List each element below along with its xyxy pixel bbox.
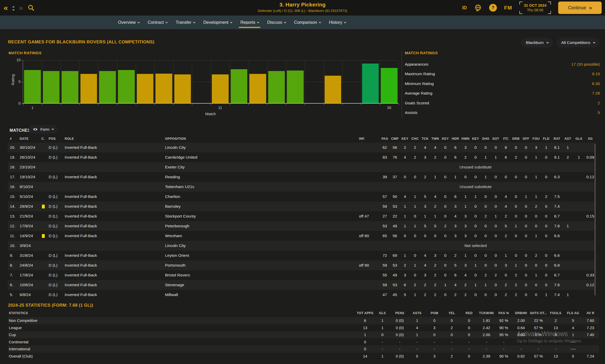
column-header-pas[interactable]: PAS: [380, 136, 390, 141]
globe-icon[interactable]: [474, 4, 482, 12]
stats-column-header-tckw-90[interactable]: TCKW/90: [478, 311, 495, 315]
tab-reports[interactable]: Reports: [236, 16, 263, 29]
match-row[interactable]: 18.23/10/24Exeter CityUnused substitute: [8, 162, 596, 172]
match-row[interactable]: 10.3/9/24Lincoln CityNot selected: [8, 241, 596, 251]
stats-value: -: [426, 347, 443, 351]
stats-column-header-drb-90[interactable]: DRB/90: [512, 311, 530, 315]
tab-discuss[interactable]: Discuss: [263, 16, 290, 29]
match-stat: 0: [440, 292, 450, 297]
stats-column-header-av-r[interactable]: AV R: [582, 311, 599, 315]
match-stat: 1: [531, 155, 541, 160]
match-stat: 0: [460, 175, 470, 179]
stats-column-header-red[interactable]: RED: [460, 311, 478, 315]
column-header-rat[interactable]: RAT: [551, 136, 563, 141]
column-header-drb[interactable]: DRB: [511, 136, 521, 141]
help-icon[interactable]: ?: [489, 4, 497, 12]
match-stat: 3: [460, 234, 470, 238]
column-header-date[interactable]: DATE: [20, 136, 41, 141]
column-header-twn[interactable]: TWN: [430, 136, 440, 141]
fm-logo[interactable]: FM: [504, 5, 512, 11]
stats-column-header-gls[interactable]: GLS: [374, 311, 391, 315]
tab-transfer[interactable]: Transfer: [171, 16, 199, 29]
column-header-key[interactable]: KEY: [400, 136, 410, 141]
column-header-off[interactable]: OFF: [521, 136, 531, 141]
stats-column-header-fouls[interactable]: FOULS: [547, 311, 564, 315]
match-row[interactable]: 6.10/8/24D (L)Inverted Full-BackStevenag…: [8, 280, 596, 290]
stats-column-header-shts-ot-[interactable]: SHTS OT...: [530, 311, 547, 315]
tab-development[interactable]: Development: [199, 16, 236, 29]
match-row[interactable]: 13.21/9/24D (L)Inverted Full-BackStockpo…: [8, 211, 596, 221]
stats-column-header-pom[interactable]: POM: [426, 311, 443, 315]
column-header-opposition[interactable]: OPPOSITION: [165, 136, 355, 141]
match-row[interactable]: 17.19/10/24D (L)Inverted Full-BackReadin…: [8, 172, 596, 182]
column-header-hdr[interactable]: HDR: [450, 136, 460, 141]
column-header-inf-[interactable]: INF.: [355, 136, 380, 141]
match-row[interactable]: 9.31/8/24D (L)Inverted Full-BackLeyton O…: [8, 251, 596, 260]
match-row[interactable]: 7.17/8/24D (L)Inverted Full-BackBristol …: [8, 270, 596, 280]
column-header-key[interactable]: KEY: [470, 136, 481, 141]
tab-comparison[interactable]: Comparison: [290, 16, 325, 29]
match-row[interactable]: 11.14/9/24D (L)Inverted Full-BackWrexham…: [8, 231, 596, 241]
match-row[interactable]: 20.30/10/24D (L)Inverted Full-BackLincol…: [8, 143, 596, 152]
forward-icon[interactable]: »: [19, 4, 23, 12]
column-header-sot[interactable]: SOT: [491, 136, 501, 141]
match-position: D (L): [49, 283, 65, 287]
manager-id-button[interactable]: ID: [462, 5, 467, 11]
stats-column-header-pens[interactable]: PENS: [391, 311, 408, 315]
match-stat: 0: [521, 214, 531, 219]
match-stat: 3: [430, 253, 440, 258]
matches-scrollbar[interactable]: [594, 144, 596, 296]
column-header-tck[interactable]: TCK: [420, 136, 430, 141]
search-icon[interactable]: [28, 4, 34, 11]
tab-history[interactable]: History: [325, 16, 350, 29]
column-header-hwn[interactable]: HWN: [460, 136, 470, 141]
stats-column-header-fls-ag[interactable]: FLS AG: [564, 311, 582, 315]
column-header--[interactable]: #: [8, 136, 20, 141]
form-view-dropdown[interactable]: Form: [29, 125, 58, 134]
column-header-sho[interactable]: SHO: [481, 136, 491, 141]
team-filter-dropdown[interactable]: Blackburn: [521, 38, 553, 48]
column-header-ast[interactable]: AST: [563, 136, 573, 141]
column-header-role[interactable]: ROLE: [65, 136, 165, 141]
column-header-key[interactable]: KEY: [440, 136, 450, 141]
stats-column-header-asts[interactable]: ASTS: [408, 311, 426, 315]
match-stat: 1: [460, 194, 470, 199]
match-stat: 0: [541, 155, 551, 160]
match-role: Inverted Full-Back: [65, 224, 165, 228]
stats-column-header-yel[interactable]: YEL: [443, 311, 460, 315]
match-row[interactable]: 16.8/10/24Tottenham U21sUnused substitut…: [8, 182, 596, 192]
back-icon[interactable]: «: [4, 4, 8, 12]
column-header-gls[interactable]: GLS: [573, 136, 585, 141]
tab-contract[interactable]: Contract: [144, 16, 171, 29]
match-row[interactable]: 14.28/9/24D (L)Inverted Full-BackBarnsle…: [8, 202, 596, 211]
stats-value: 2: [443, 354, 460, 358]
stats-column-header-statistics[interactable]: STATISTICS: [8, 311, 356, 315]
stats-column-header-pas-[interactable]: PAS %: [495, 311, 512, 315]
column-header-chc[interactable]: CHC: [410, 136, 420, 141]
column-header-cmp[interactable]: CMP: [390, 136, 400, 141]
x-tick: [267, 104, 267, 105]
continue-button[interactable]: Continue »: [558, 2, 602, 14]
match-row[interactable]: 12.17/9/24D (L)Inverted Full-BackPeterbo…: [8, 221, 596, 231]
tab-overview[interactable]: Overview: [114, 16, 144, 29]
match-row[interactable]: 15.5/10/24D (L)Inverted Full-BackCharlto…: [8, 192, 596, 202]
competition-filter-dropdown[interactable]: All Competitions: [557, 38, 600, 48]
history-updown-icon[interactable]: [13, 5, 14, 10]
match-row[interactable]: 8.24/8/24D (L)Inverted Full-BackPortsmou…: [8, 260, 596, 270]
rating-bar: [212, 74, 229, 103]
column-header-itc[interactable]: ITC: [501, 136, 511, 141]
column-header-fou[interactable]: FOU: [531, 136, 541, 141]
match-stat: 1: [541, 292, 551, 297]
stats-column-header-tot-apps[interactable]: TOT APPS: [356, 311, 374, 315]
x-tick-label: 1: [31, 106, 33, 110]
match-stat: 0: [541, 204, 551, 209]
match-row[interactable]: 19.26/10/24D (L)Inverted Full-BackCambri…: [8, 152, 596, 162]
chevron-down-icon: [138, 21, 140, 23]
column-header-pos[interactable]: POS: [49, 136, 65, 141]
match-row[interactable]: 5.6/8/24D (L)Inverted Full-BackMillwall4…: [8, 290, 596, 297]
column-header-xg[interactable]: XG: [585, 136, 596, 141]
column-header-c-[interactable]: C.: [41, 136, 49, 141]
stats-value: -: [512, 347, 530, 351]
match-info: off 47: [355, 214, 380, 219]
column-header-fld[interactable]: FLD: [541, 136, 551, 141]
